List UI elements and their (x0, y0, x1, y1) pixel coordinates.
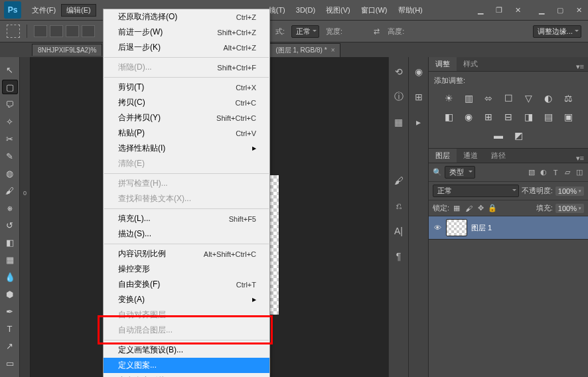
menu-item[interactable]: 变换(A)▶ (104, 292, 269, 307)
layer-row[interactable]: 👁 图层 1 (429, 216, 588, 239)
doc-restore-icon[interactable]: ❐ (490, 4, 508, 16)
blend-mode-dropdown[interactable]: 正常 (433, 185, 519, 197)
exposure-icon[interactable]: ☐ (502, 92, 515, 104)
type-tool[interactable]: T (2, 321, 18, 336)
menu-item[interactable]: 填充(L)...Shift+F5 (104, 211, 269, 226)
fill-value[interactable]: 100% (555, 204, 584, 213)
healing-tool[interactable]: ◍ (2, 166, 18, 181)
menu-item[interactable]: 还原取消选择(O)Ctrl+Z (104, 9, 269, 25)
filter-pixel-icon[interactable]: ▧ (527, 168, 536, 177)
layer-thumbnail[interactable] (446, 219, 467, 236)
pen-tool[interactable]: ✒ (2, 304, 18, 319)
maximize-icon[interactable]: ▢ (551, 4, 569, 16)
filter-shape-icon[interactable]: ▱ (563, 168, 572, 177)
close-icon[interactable]: ✕ (569, 4, 588, 16)
doc-minimize-icon[interactable]: ▁ (471, 4, 490, 16)
clone-icon[interactable]: ⎌ (392, 199, 405, 212)
history-brush-tool[interactable]: ↺ (2, 218, 18, 232)
filter-smart-icon[interactable]: ◫ (575, 168, 584, 177)
selection-mode-icons[interactable] (34, 25, 95, 37)
hue-icon[interactable]: ◐ (542, 92, 555, 104)
history-icon[interactable]: ⟲ (392, 65, 405, 78)
lasso-tool[interactable]: 🗩 (2, 97, 18, 112)
actions-icon[interactable]: ▸ (412, 115, 425, 129)
menu-3d[interactable]: 3D(D) (291, 5, 321, 15)
menu-item[interactable]: 内容识别比例Alt+Shift+Ctrl+C (104, 246, 269, 262)
filter-search-icon[interactable]: 🔍 (433, 168, 442, 177)
mode-dropdown[interactable]: 正常 (291, 25, 319, 38)
refine-edge-button[interactable]: 调整边缘... (533, 25, 581, 38)
swap-icon[interactable]: ⇄ (372, 27, 381, 36)
photo-filter-icon[interactable]: ◉ (462, 111, 475, 123)
path-tool[interactable]: ↗ (2, 339, 18, 353)
stamp-tool[interactable]: ⎈ (2, 200, 18, 215)
eyedropper-tool[interactable]: ✎ (2, 149, 18, 163)
swatches-icon[interactable]: ▦ (392, 115, 405, 129)
menu-item[interactable]: 选择性粘贴(I)▶ (104, 141, 269, 156)
menu-item[interactable]: 前进一步(W)Shift+Ctrl+Z (104, 25, 269, 40)
mixer-icon[interactable]: ⊞ (482, 111, 495, 123)
tab-close-icon[interactable]: × (331, 46, 335, 54)
invert-icon[interactable]: ◨ (522, 111, 535, 123)
menu-item[interactable]: 定义画笔预设(B)... (104, 342, 269, 358)
selective-icon[interactable]: ◩ (512, 129, 525, 141)
blur-tool[interactable]: 💧 (2, 269, 18, 284)
filter-type-icon[interactable]: T (551, 168, 560, 177)
bw-icon[interactable]: ◧ (442, 111, 455, 123)
lock-trans-icon[interactable]: ▦ (452, 204, 461, 213)
filter-adj-icon[interactable]: ◐ (539, 168, 548, 177)
posterize-icon[interactable]: ▤ (542, 111, 555, 123)
menu-window[interactable]: 窗口(W) (356, 4, 393, 17)
menu-item[interactable]: 拷贝(C)Ctrl+C (104, 95, 269, 110)
tab-adjustments[interactable]: 调整 (429, 57, 457, 71)
menu-item[interactable]: 操控变形 (104, 262, 269, 277)
menu-edit[interactable]: 编辑(E) (61, 4, 96, 17)
marquee-tool[interactable]: ▢ (2, 80, 18, 94)
visibility-icon[interactable]: 👁 (433, 224, 442, 232)
vibrance-icon[interactable]: ▽ (522, 92, 535, 104)
menu-item[interactable]: 合并拷贝(Y)Shift+Ctrl+C (104, 110, 269, 125)
balance-icon[interactable]: ⚖ (561, 92, 575, 104)
character-icon[interactable]: A| (392, 224, 405, 238)
lock-pos-icon[interactable]: ✥ (476, 204, 485, 213)
lookup-icon[interactable]: ⊟ (502, 111, 515, 123)
tab-styles[interactable]: 样式 (457, 57, 484, 71)
menu-view[interactable]: 视图(V) (321, 4, 356, 17)
brush-tool[interactable]: 🖌 (2, 183, 18, 198)
wand-tool[interactable]: ✧ (2, 114, 18, 129)
menu-item[interactable]: 定义图案... (104, 358, 269, 373)
move-tool[interactable]: ↖ (2, 62, 18, 77)
menu-item[interactable]: 剪切(T)Ctrl+X (104, 80, 269, 95)
tab-channels[interactable]: 通道 (457, 149, 484, 163)
navigator-icon[interactable]: ⊞ (412, 90, 425, 104)
lock-pixel-icon[interactable]: 🖌 (464, 204, 473, 213)
menu-item[interactable]: 粘贴(P)Ctrl+V (104, 125, 269, 141)
menu-file[interactable]: 文件(F) (27, 4, 61, 17)
info-icon[interactable]: ⓘ (392, 90, 405, 104)
menu-help[interactable]: 帮助(H) (393, 4, 428, 17)
filter-dropdown[interactable]: 类型 (445, 166, 475, 179)
levels-icon[interactable]: ▥ (462, 92, 475, 104)
menu-item[interactable]: 描边(S)... (104, 226, 269, 242)
crop-tool[interactable]: ✂ (2, 131, 18, 146)
brightness-icon[interactable]: ☀ (442, 92, 455, 104)
paragraph-icon[interactable]: ¶ (392, 250, 405, 263)
minimize-icon[interactable]: ▁ (532, 4, 551, 16)
doc-close-icon[interactable]: ✕ (508, 4, 527, 16)
shape-tool[interactable]: ▭ (2, 356, 18, 370)
document-tab-1[interactable]: 8NHJPXIF9L$A2)% (32, 44, 102, 56)
brush-icon[interactable]: 🖌 (392, 174, 405, 187)
curves-icon[interactable]: ⬄ (482, 92, 495, 104)
gradient-map-icon[interactable]: ▬ (492, 129, 505, 141)
tab-layers[interactable]: 图层 (429, 149, 457, 163)
tab-paths[interactable]: 路径 (484, 149, 512, 163)
panel-menu-icon[interactable]: ▾≡ (572, 62, 588, 71)
gradient-tool[interactable]: ▦ (2, 252, 18, 267)
document-tab-2[interactable]: (图层 1, RGB/8) *× (269, 43, 340, 57)
menu-item[interactable]: 后退一步(K)Alt+Ctrl+Z (104, 40, 269, 55)
lock-all-icon[interactable]: 🔒 (488, 204, 497, 213)
panel-menu-icon[interactable]: ▾≡ (572, 154, 588, 163)
color-icon[interactable]: ◉ (412, 65, 425, 78)
tool-preset-icon[interactable] (7, 25, 20, 38)
menu-item[interactable]: 自由变换(F)Ctrl+T (104, 277, 269, 292)
